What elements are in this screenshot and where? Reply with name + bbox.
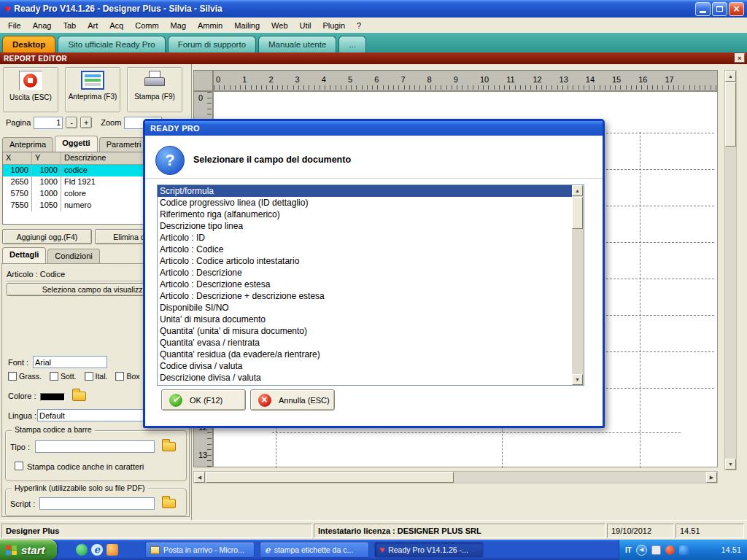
detail-tab-condizioni[interactable]: Condizioni bbox=[47, 249, 99, 263]
field-option-quantita-unita-di-misura-documento[interactable]: Quantita' (unita' di misura documento) bbox=[158, 325, 572, 337]
scroll-left-button[interactable] bbox=[194, 472, 205, 483]
task-posta-in-arrivo-micro[interactable]: Posta in arrivo - Micro... bbox=[145, 542, 255, 558]
page-next-button[interactable]: + bbox=[80, 117, 92, 128]
color-swatch[interactable] bbox=[40, 393, 65, 401]
menu-item-file[interactable]: File bbox=[2, 19, 27, 32]
tray-icon-3[interactable] bbox=[679, 545, 689, 555]
panel-tab-parametri[interactable]: Parametri bbox=[99, 137, 149, 152]
checkbox-box-sott[interactable] bbox=[50, 372, 58, 381]
quick-launch-icon-1[interactable] bbox=[76, 544, 88, 556]
menu-item-ammin[interactable]: Ammin bbox=[192, 19, 228, 32]
tab-item[interactable]: ... bbox=[338, 36, 366, 52]
cancel-button[interactable]: Annulla (ESC) bbox=[250, 389, 335, 411]
panel-tab-anteprima[interactable]: Anteprima bbox=[2, 137, 53, 152]
horizontal-scroll-thumb[interactable] bbox=[206, 472, 454, 483]
vertical-scroll-thumb[interactable] bbox=[725, 82, 736, 147]
list-scroll-thumb[interactable] bbox=[572, 197, 583, 229]
script-input[interactable] bbox=[39, 497, 155, 510]
tab-sito-ufficiale-ready-pro[interactable]: Sito ufficiale Ready Pro bbox=[58, 36, 165, 52]
checkbox-box-ital[interactable] bbox=[85, 372, 93, 381]
tab-desktop[interactable]: Desktop bbox=[2, 36, 55, 52]
menu-item-tab[interactable]: Tab bbox=[57, 19, 82, 32]
checkbox-box-box[interactable] bbox=[115, 372, 124, 381]
list-scrollbar[interactable] bbox=[572, 185, 584, 385]
list-scroll-up-button[interactable] bbox=[572, 185, 583, 196]
barcode-folder-icon[interactable] bbox=[162, 442, 176, 451]
field-option-articolo-descrizione[interactable]: Articolo : Descrizione bbox=[158, 267, 572, 279]
field-option-unita-di-misura-documento[interactable]: Unita' di misura documento bbox=[158, 314, 572, 325]
quick-launch-icon-3[interactable] bbox=[107, 544, 118, 556]
field-option-articolo-codice[interactable]: Articolo : Codice bbox=[158, 244, 572, 255]
scroll-down-button[interactable] bbox=[725, 459, 736, 470]
field-option-codice-divisa-valuta[interactable]: Codice divisa / valuta bbox=[158, 360, 572, 372]
panel-tab-oggetti[interactable]: Oggetti bbox=[55, 136, 98, 152]
field-option-script-formula[interactable]: Script/formula bbox=[158, 185, 572, 197]
menu-item-mailing[interactable]: Mailing bbox=[228, 19, 266, 32]
report-editor-close-button[interactable] bbox=[735, 53, 745, 63]
field-option-articolo-descrizione-descrizione-estesa[interactable]: Articolo : Descrizione + descrizione est… bbox=[158, 290, 572, 302]
ie-icon[interactable] bbox=[91, 544, 103, 556]
menu-item-util[interactable]: Util bbox=[294, 19, 317, 32]
preview-button[interactable]: Anteprima (F3) bbox=[65, 67, 120, 112]
barcode-chars-checkbox[interactable] bbox=[15, 462, 23, 470]
field-option-disponibile-si-no[interactable]: Disponibile SI/NO bbox=[158, 302, 572, 314]
detail-tab-dettagli[interactable]: Dettagli bbox=[2, 247, 46, 263]
checkbox-sott[interactable]: Sott. bbox=[50, 372, 77, 381]
checkbox-ital[interactable]: Ital. bbox=[85, 372, 108, 381]
ok-button[interactable]: OK (F12) bbox=[161, 389, 246, 411]
barcode-type-input[interactable] bbox=[35, 440, 155, 453]
column-header-y[interactable]: Y bbox=[32, 152, 61, 164]
field-option-quantita-evasa-rientrata[interactable]: Quantita' evasa / rientrata bbox=[158, 337, 572, 349]
keyboard-language-indicator[interactable]: IT bbox=[625, 546, 632, 554]
field-option-descrizione-divisa-valuta[interactable]: Descrizione divisa / valuta bbox=[158, 372, 572, 384]
font-input[interactable] bbox=[33, 356, 107, 368]
barcode-chars-label: Stampa codice anche in caratteri bbox=[27, 462, 144, 471]
hide-icons-chevron-icon[interactable] bbox=[636, 545, 647, 556]
script-folder-icon[interactable] bbox=[162, 499, 176, 508]
column-header-x[interactable]: X bbox=[3, 152, 32, 164]
checkbox-box[interactable]: Box bbox=[115, 372, 139, 381]
start-button[interactable]: start bbox=[0, 540, 57, 560]
scroll-up-button[interactable] bbox=[725, 71, 736, 82]
page-number-input[interactable] bbox=[34, 117, 63, 129]
field-list[interactable]: Script/formulaCodice progressivo linea (… bbox=[157, 184, 584, 386]
title-bar[interactable]: Ready Pro V14.1.26 - Designer Plus - Sil… bbox=[0, 0, 747, 18]
menu-item-item[interactable]: ? bbox=[351, 19, 367, 32]
dialog-title-bar[interactable]: READY PRO bbox=[145, 121, 603, 136]
vertical-scrollbar[interactable] bbox=[724, 70, 737, 470]
maximize-button[interactable] bbox=[712, 2, 727, 16]
horizontal-scrollbar[interactable] bbox=[193, 471, 718, 483]
add-object-button[interactable]: Aggiungi ogg.(F4) bbox=[2, 229, 92, 244]
tray-icon-2[interactable] bbox=[665, 545, 675, 555]
field-option-articolo-codice-articolo-intestatario[interactable]: Articolo : Codice articolo intestatario bbox=[158, 255, 572, 267]
minimize-button[interactable] bbox=[695, 2, 711, 16]
menu-item-anag[interactable]: Anag bbox=[27, 19, 58, 32]
menu-item-comm[interactable]: Comm bbox=[129, 19, 164, 32]
task-ready-pro-v14-1-26[interactable]: Ready Pro V14.1.26 -... bbox=[374, 542, 484, 558]
menu-item-plugin[interactable]: Plugin bbox=[317, 19, 351, 32]
checkbox-grass[interactable]: Grass. bbox=[8, 372, 42, 381]
print-button[interactable]: Stampa (F9) bbox=[127, 67, 182, 112]
field-option-quantita-residua-da-evadere-a-rientrare[interactable]: Quantita' residua (da evadere/a rientrar… bbox=[158, 349, 572, 360]
exit-button[interactable]: Uscita (ESC) bbox=[3, 67, 58, 112]
checkbox-box-grass[interactable] bbox=[8, 372, 17, 381]
ruler-number: 10 bbox=[480, 75, 489, 84]
page-prev-button[interactable]: - bbox=[66, 117, 77, 128]
tray-icon-1[interactable] bbox=[651, 545, 661, 555]
scroll-right-button[interactable] bbox=[706, 472, 717, 483]
menu-item-acq[interactable]: Acq bbox=[104, 19, 129, 32]
task-stampa-etichette-da-c[interactable]: stampa etichette da c... bbox=[260, 542, 369, 558]
tab-forum-di-supporto[interactable]: Forum di supporto bbox=[168, 36, 256, 52]
field-option-articolo-id[interactable]: Articolo : ID bbox=[158, 232, 572, 244]
close-button[interactable] bbox=[729, 2, 744, 16]
menu-item-mag[interactable]: Mag bbox=[165, 19, 192, 32]
menu-item-web[interactable]: Web bbox=[266, 19, 293, 32]
field-option-articolo-descrizione-estesa[interactable]: Articolo : Descrizione estesa bbox=[158, 279, 572, 290]
color-folder-icon[interactable] bbox=[72, 392, 86, 401]
field-option-codice-progressivo-linea-id-dettaglio[interactable]: Codice progressivo linea (ID dettaglio) bbox=[158, 197, 572, 209]
menu-item-art[interactable]: Art bbox=[82, 19, 104, 32]
tab-manuale-utente[interactable]: Manuale utente bbox=[258, 36, 336, 52]
list-scroll-down-button[interactable] bbox=[572, 374, 583, 385]
field-option-descrizione-tipo-linea[interactable]: Descrizione tipo linea bbox=[158, 220, 572, 232]
field-option-riferimento-riga-alfanumerico[interactable]: Riferimento riga (alfanumerico) bbox=[158, 209, 572, 220]
